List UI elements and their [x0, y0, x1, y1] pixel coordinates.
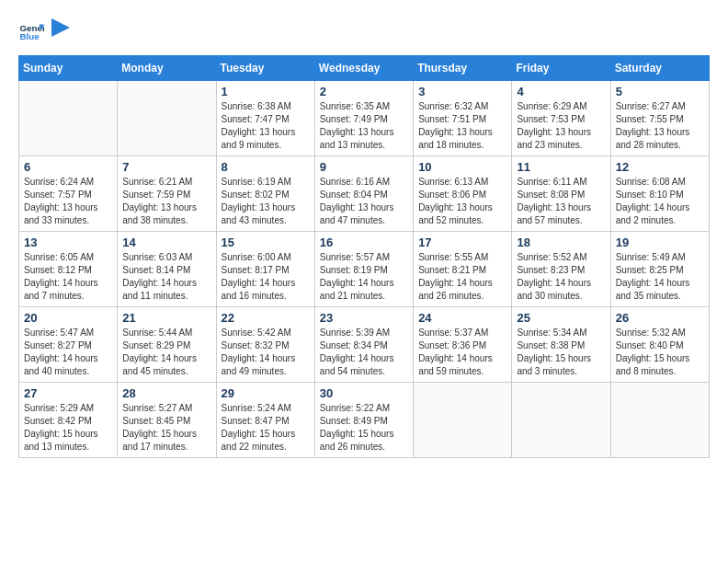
week-row-1: 1Sunrise: 6:38 AM Sunset: 7:47 PM Daylig…: [19, 81, 710, 156]
day-number: 4: [517, 85, 605, 98]
calendar-cell: 21Sunrise: 5:44 AM Sunset: 8:29 PM Dayli…: [118, 307, 216, 383]
day-number: 9: [320, 160, 408, 174]
calendar-cell: [512, 383, 610, 458]
day-info: Sunrise: 5:22 AM Sunset: 8:49 PM Dayligh…: [320, 402, 408, 454]
calendar-cell: 23Sunrise: 5:39 AM Sunset: 8:34 PM Dayli…: [314, 307, 413, 383]
day-info: Sunrise: 5:37 AM Sunset: 8:36 PM Dayligh…: [418, 327, 506, 378]
day-number: 20: [24, 311, 112, 325]
day-number: 14: [122, 236, 210, 249]
day-number: 17: [418, 236, 506, 249]
day-number: 7: [122, 160, 210, 174]
day-info: Sunrise: 6:03 AM Sunset: 8:14 PM Dayligh…: [122, 251, 210, 303]
day-info: Sunrise: 6:16 AM Sunset: 8:04 PM Dayligh…: [320, 176, 408, 227]
day-info: Sunrise: 5:24 AM Sunset: 8:47 PM Dayligh…: [222, 402, 310, 454]
day-number: 19: [616, 236, 704, 249]
calendar-cell: [118, 81, 216, 156]
calendar-cell: 12Sunrise: 6:08 AM Sunset: 8:10 PM Dayli…: [610, 156, 709, 232]
day-number: 23: [320, 311, 408, 325]
day-info: Sunrise: 6:29 AM Sunset: 7:53 PM Dayligh…: [517, 100, 605, 152]
svg-text:Blue: Blue: [19, 31, 40, 41]
day-number: 16: [320, 236, 408, 249]
day-info: Sunrise: 5:44 AM Sunset: 8:29 PM Dayligh…: [122, 327, 210, 378]
calendar-cell: [610, 383, 709, 458]
day-info: Sunrise: 5:29 AM Sunset: 8:42 PM Dayligh…: [24, 402, 112, 454]
day-info: Sunrise: 5:27 AM Sunset: 8:45 PM Dayligh…: [122, 402, 210, 454]
day-info: Sunrise: 6:13 AM Sunset: 8:06 PM Dayligh…: [418, 176, 506, 227]
day-number: 24: [418, 311, 506, 325]
day-number: 21: [122, 311, 210, 325]
logo: General Blue: [18, 18, 70, 46]
day-number: 3: [418, 85, 506, 98]
svg-marker-3: [51, 18, 70, 37]
day-number: 5: [616, 85, 704, 98]
day-number: 27: [24, 386, 112, 400]
calendar-cell: 27Sunrise: 5:29 AM Sunset: 8:42 PM Dayli…: [19, 383, 118, 458]
header: General Blue: [18, 18, 710, 46]
calendar-cell: 13Sunrise: 6:05 AM Sunset: 8:12 PM Dayli…: [19, 232, 118, 307]
calendar-cell: 6Sunrise: 6:24 AM Sunset: 7:57 PM Daylig…: [19, 156, 118, 232]
calendar-cell: 25Sunrise: 5:34 AM Sunset: 8:38 PM Dayli…: [512, 307, 610, 383]
day-info: Sunrise: 5:49 AM Sunset: 8:25 PM Dayligh…: [616, 251, 704, 303]
calendar-cell: 9Sunrise: 6:16 AM Sunset: 8:04 PM Daylig…: [314, 156, 413, 232]
day-info: Sunrise: 6:35 AM Sunset: 7:49 PM Dayligh…: [320, 100, 408, 152]
week-row-4: 20Sunrise: 5:47 AM Sunset: 8:27 PM Dayli…: [19, 307, 710, 383]
day-info: Sunrise: 6:00 AM Sunset: 8:17 PM Dayligh…: [222, 251, 310, 303]
day-number: 30: [320, 386, 408, 400]
calendar-cell: 8Sunrise: 6:19 AM Sunset: 8:02 PM Daylig…: [216, 156, 314, 232]
day-number: 13: [24, 236, 112, 249]
day-info: Sunrise: 5:32 AM Sunset: 8:40 PM Dayligh…: [616, 327, 704, 378]
calendar-cell: 16Sunrise: 5:57 AM Sunset: 8:19 PM Dayli…: [314, 232, 413, 307]
day-info: Sunrise: 6:21 AM Sunset: 7:59 PM Dayligh…: [122, 176, 210, 227]
weekday-header-tuesday: Tuesday: [216, 56, 314, 81]
weekday-header-friday: Friday: [512, 56, 610, 81]
calendar-cell: 11Sunrise: 6:11 AM Sunset: 8:08 PM Dayli…: [512, 156, 610, 232]
calendar-cell: 17Sunrise: 5:55 AM Sunset: 8:21 PM Dayli…: [414, 232, 512, 307]
day-info: Sunrise: 6:38 AM Sunset: 7:47 PM Dayligh…: [222, 100, 310, 152]
day-number: 12: [616, 160, 704, 174]
weekday-header-monday: Monday: [118, 56, 216, 81]
logo-arrow-icon: [51, 18, 70, 46]
logo-icon: General Blue: [18, 19, 44, 45]
day-number: 26: [616, 311, 704, 325]
calendar-cell: 28Sunrise: 5:27 AM Sunset: 8:45 PM Dayli…: [118, 383, 216, 458]
weekday-header-saturday: Saturday: [610, 56, 709, 81]
day-number: 29: [222, 386, 310, 400]
day-info: Sunrise: 5:57 AM Sunset: 8:19 PM Dayligh…: [320, 251, 408, 303]
day-number: 10: [418, 160, 506, 174]
day-info: Sunrise: 5:34 AM Sunset: 8:38 PM Dayligh…: [517, 327, 605, 378]
calendar-cell: 26Sunrise: 5:32 AM Sunset: 8:40 PM Dayli…: [610, 307, 709, 383]
calendar-cell: [19, 81, 118, 156]
weekday-header-wednesday: Wednesday: [314, 56, 413, 81]
calendar-cell: 20Sunrise: 5:47 AM Sunset: 8:27 PM Dayli…: [19, 307, 118, 383]
weekday-header-sunday: Sunday: [19, 56, 118, 81]
day-info: Sunrise: 6:19 AM Sunset: 8:02 PM Dayligh…: [222, 176, 310, 227]
calendar-cell: 30Sunrise: 5:22 AM Sunset: 8:49 PM Dayli…: [314, 383, 413, 458]
calendar-cell: 19Sunrise: 5:49 AM Sunset: 8:25 PM Dayli…: [610, 232, 709, 307]
day-info: Sunrise: 5:42 AM Sunset: 8:32 PM Dayligh…: [222, 327, 310, 378]
day-info: Sunrise: 6:24 AM Sunset: 7:57 PM Dayligh…: [24, 176, 112, 227]
calendar-table: SundayMondayTuesdayWednesdayThursdayFrid…: [18, 55, 710, 458]
day-number: 8: [222, 160, 310, 174]
day-info: Sunrise: 6:27 AM Sunset: 7:55 PM Dayligh…: [616, 100, 704, 152]
day-info: Sunrise: 6:32 AM Sunset: 7:51 PM Dayligh…: [418, 100, 506, 152]
day-info: Sunrise: 5:52 AM Sunset: 8:23 PM Dayligh…: [517, 251, 605, 303]
calendar-cell: [414, 383, 512, 458]
day-number: 11: [517, 160, 605, 174]
day-number: 25: [517, 311, 605, 325]
day-number: 6: [24, 160, 112, 174]
calendar-cell: 14Sunrise: 6:03 AM Sunset: 8:14 PM Dayli…: [118, 232, 216, 307]
calendar-cell: 3Sunrise: 6:32 AM Sunset: 7:51 PM Daylig…: [414, 81, 512, 156]
week-row-3: 13Sunrise: 6:05 AM Sunset: 8:12 PM Dayli…: [19, 232, 710, 307]
calendar-cell: 22Sunrise: 5:42 AM Sunset: 8:32 PM Dayli…: [216, 307, 314, 383]
week-row-2: 6Sunrise: 6:24 AM Sunset: 7:57 PM Daylig…: [19, 156, 710, 232]
calendar-cell: 10Sunrise: 6:13 AM Sunset: 8:06 PM Dayli…: [414, 156, 512, 232]
day-info: Sunrise: 6:05 AM Sunset: 8:12 PM Dayligh…: [24, 251, 112, 303]
day-number: 1: [222, 85, 310, 98]
day-info: Sunrise: 6:08 AM Sunset: 8:10 PM Dayligh…: [616, 176, 704, 227]
day-number: 2: [320, 85, 408, 98]
day-info: Sunrise: 5:39 AM Sunset: 8:34 PM Dayligh…: [320, 327, 408, 378]
day-info: Sunrise: 5:47 AM Sunset: 8:27 PM Dayligh…: [24, 327, 112, 378]
calendar-cell: 7Sunrise: 6:21 AM Sunset: 7:59 PM Daylig…: [118, 156, 216, 232]
calendar-cell: 24Sunrise: 5:37 AM Sunset: 8:36 PM Dayli…: [414, 307, 512, 383]
calendar-cell: 29Sunrise: 5:24 AM Sunset: 8:47 PM Dayli…: [216, 383, 314, 458]
